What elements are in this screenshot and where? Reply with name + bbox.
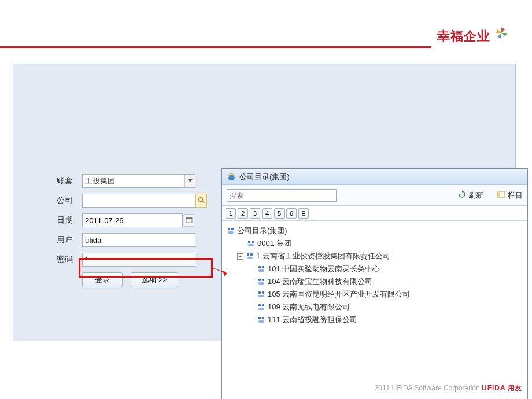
- level-4-button[interactable]: 4: [262, 208, 272, 219]
- tree-node-label: 1 云南省工业投资控股集团有限责任公司: [256, 250, 390, 263]
- tree-node[interactable]: 109 云南无线电有限公司: [247, 301, 523, 313]
- svg-point-22: [258, 291, 261, 294]
- org-icon: [257, 316, 265, 324]
- org-icon: [257, 290, 265, 298]
- level-5-button[interactable]: 5: [274, 208, 285, 219]
- tree-node[interactable]: 0001 集团: [237, 237, 523, 250]
- org-icon: [257, 278, 265, 286]
- svg-point-0: [199, 197, 203, 201]
- org-icon: [257, 265, 265, 273]
- label-user: 用户: [57, 235, 82, 245]
- collapse-icon[interactable]: −: [237, 253, 243, 260]
- tree-node-label: 109 云南无线电有限公司: [268, 301, 350, 313]
- user-input[interactable]: [82, 233, 195, 247]
- tree-node[interactable]: 104 云南瑞宝生物科技有限公司: [247, 275, 523, 288]
- refresh-button[interactable]: 刷新: [458, 190, 483, 201]
- svg-point-26: [262, 304, 264, 306]
- level-2-button[interactable]: 2: [238, 208, 248, 219]
- tree-root[interactable]: 公司目录(集团): [227, 224, 523, 237]
- svg-rect-30: [258, 320, 264, 323]
- svg-line-1: [202, 201, 204, 203]
- svg-rect-18: [258, 269, 264, 272]
- svg-point-25: [258, 304, 261, 306]
- tree-node-label: 105 云南国资昆明经开区产业开发有限公司: [268, 288, 410, 301]
- calendar-button[interactable]: [184, 214, 194, 227]
- tree-node[interactable]: 101 中国实验动物云南灵长类中心: [247, 263, 523, 275]
- directory-titlebar[interactable]: 公司目录(集团): [222, 169, 527, 185]
- level-3-button[interactable]: 3: [250, 208, 260, 219]
- svg-point-14: [250, 253, 253, 256]
- calendar-icon: [186, 216, 193, 225]
- level-6-button[interactable]: 6: [286, 208, 297, 219]
- svg-rect-12: [248, 244, 254, 246]
- ie-icon: [227, 172, 236, 182]
- org-icon: [246, 252, 254, 260]
- login-form: 账套 工投集团 公司 日期: [57, 174, 207, 287]
- svg-rect-15: [247, 257, 253, 259]
- svg-point-20: [262, 279, 264, 281]
- directory-title: 公司目录(集团): [239, 172, 290, 182]
- tree-node-label: 101 中国实验动物云南灵长类中心: [268, 263, 380, 275]
- brand: 幸福企业: [437, 28, 509, 45]
- tree-root-label: 公司目录(集团): [237, 224, 287, 237]
- search-icon: [198, 197, 205, 205]
- columns-button[interactable]: 栏目: [497, 190, 523, 201]
- company-input[interactable]: [82, 194, 195, 208]
- tree-node[interactable]: 111 云南省投融资担保公司: [247, 313, 523, 326]
- header-rule: [0, 46, 431, 48]
- org-icon: [247, 239, 255, 247]
- account-set-select[interactable]: 工投集团: [82, 174, 195, 188]
- tree-node[interactable]: − 1 云南省工业投资控股集团有限责任公司: [237, 250, 523, 263]
- svg-point-29: [262, 317, 264, 319]
- columns-icon: [497, 190, 505, 200]
- pinwheel-icon: [494, 25, 509, 40]
- svg-point-23: [262, 291, 264, 294]
- chevron-down-icon: [184, 175, 195, 187]
- footer: 2011 UFIDA Software Corporation UFIDA 用友: [0, 383, 532, 393]
- options-button[interactable]: 选项 >>: [131, 272, 178, 287]
- label-date: 日期: [57, 215, 82, 226]
- svg-point-16: [258, 266, 261, 268]
- org-icon: [227, 227, 235, 235]
- level-1-button[interactable]: 1: [226, 208, 236, 219]
- org-icon: [257, 303, 265, 311]
- svg-rect-24: [258, 295, 264, 297]
- date-input[interactable]: [82, 213, 183, 227]
- svg-point-28: [258, 317, 261, 319]
- yongyou-text: 用友: [508, 384, 522, 392]
- svg-point-7: [228, 228, 230, 230]
- level-buttons: 1 2 3 4 5 6 E: [222, 206, 527, 221]
- directory-toolbar: 刷新 栏目: [222, 185, 527, 206]
- copyright-text: 2011 UFIDA Software Corporation: [375, 384, 480, 392]
- login-panel: 账套 工投集团 公司 日期: [13, 64, 516, 341]
- svg-rect-21: [258, 282, 264, 285]
- login-button[interactable]: 登录: [82, 272, 123, 287]
- label-password: 密码: [57, 254, 82, 265]
- svg-rect-9: [228, 231, 234, 234]
- tree-node-label: 111 云南省投融资担保公司: [268, 313, 357, 326]
- directory-tree: 公司目录(集团) 0001 集团 −: [222, 221, 527, 330]
- label-company: 公司: [57, 195, 82, 206]
- brand-text: 幸福企业: [437, 28, 490, 45]
- label-account-set: 账套: [57, 176, 82, 186]
- account-set-value: 工投集团: [85, 176, 115, 186]
- directory-search-input[interactable]: [227, 189, 337, 202]
- svg-point-17: [262, 266, 264, 268]
- tree-node[interactable]: 105 云南国资昆明经开区产业开发有限公司: [247, 288, 523, 301]
- svg-rect-3: [186, 217, 192, 219]
- svg-rect-6: [498, 191, 500, 197]
- level-e-button[interactable]: E: [298, 208, 309, 219]
- columns-label: 栏目: [508, 190, 523, 201]
- svg-point-10: [248, 241, 250, 243]
- password-input[interactable]: [82, 253, 195, 267]
- directory-window: 公司目录(集团) 刷新 栏目 1 2 3 4 5 6 E: [221, 168, 528, 399]
- svg-point-8: [231, 228, 234, 230]
- tree-node-label: 104 云南瑞宝生物科技有限公司: [268, 275, 372, 288]
- svg-rect-27: [258, 308, 264, 310]
- tree-node-label: 0001 集团: [257, 237, 291, 250]
- svg-point-19: [258, 279, 261, 281]
- refresh-label: 刷新: [468, 190, 483, 201]
- svg-point-11: [252, 241, 254, 243]
- lookup-button[interactable]: [195, 194, 207, 208]
- svg-point-13: [247, 253, 249, 256]
